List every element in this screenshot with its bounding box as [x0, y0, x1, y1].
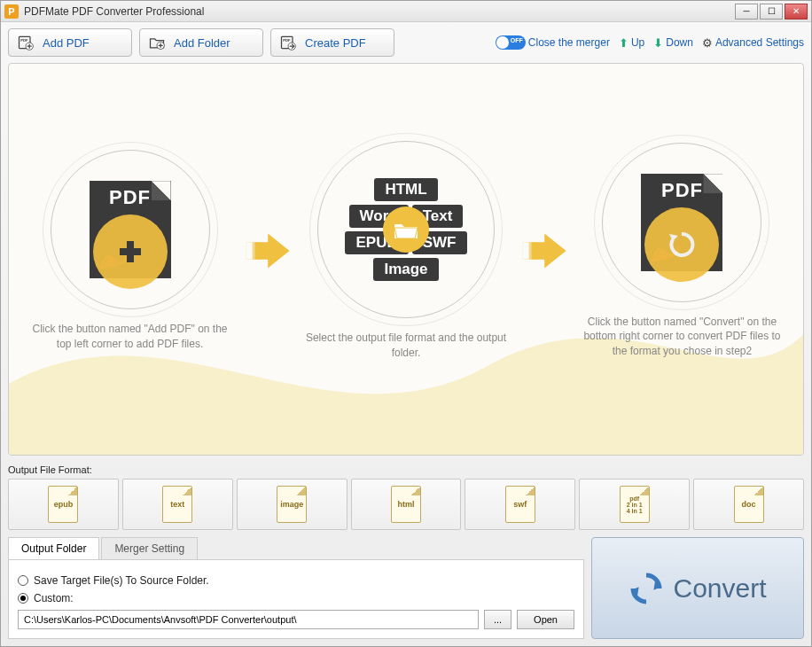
path-row: ... Open [18, 610, 574, 629]
advanced-settings-button[interactable]: ⚙ Advanced Settings [702, 36, 804, 50]
tab-output-folder[interactable]: Output Folder [8, 537, 99, 559]
create-pdf-label: Create PDF [305, 36, 366, 50]
convert-button[interactable]: Convert [591, 537, 804, 639]
convert-label: Convert [673, 573, 766, 604]
advanced-label: Advanced Settings [715, 36, 804, 49]
refresh-circle-icon [644, 207, 719, 282]
arrow-right-icon [242, 229, 293, 273]
bottom-section: Output Folder Merger Setting Save Target… [1, 530, 811, 646]
close-merger-toggle[interactable]: OFF Close the merger [496, 35, 610, 50]
arrow-down-icon: ⬇ [653, 36, 663, 50]
workflow-stage: PDF Click the button named "Add PDF" on … [8, 63, 804, 456]
radio-custom-label: Custom: [34, 592, 74, 604]
step-3-circle[interactable]: PDF [602, 143, 761, 302]
format-text[interactable]: text [122, 479, 233, 530]
gear-icon: ⚙ [702, 36, 713, 50]
file-icon: doc [734, 486, 764, 523]
toggle-switch-icon: OFF [496, 35, 526, 50]
arrow-up-icon: ⬆ [619, 36, 629, 50]
app-logo-icon: P [4, 4, 19, 19]
minimize-button[interactable]: ─ [735, 4, 758, 19]
down-label: Down [666, 36, 693, 49]
app-window: P PDFMate PDF Converter Professional ─ ☐… [0, 0, 812, 647]
file-icon: image [277, 486, 307, 523]
step-1-circle[interactable]: PDF [51, 150, 210, 309]
tab-merger-setting[interactable]: Merger Setting [101, 537, 198, 559]
window-buttons: ─ ☐ ✕ [735, 4, 808, 19]
file-icon: pdf 2 in 1 4 in 1 [620, 486, 650, 523]
format-html[interactable]: html [351, 479, 462, 530]
tag-image: Image [373, 258, 438, 281]
add-folder-label: Add Folder [174, 36, 230, 50]
radio-icon [18, 575, 28, 586]
output-panel: Save Target File(s) To Source Folder. Cu… [8, 559, 584, 639]
convert-icon [629, 571, 664, 606]
open-button[interactable]: Open [517, 610, 574, 629]
pdf-output-icon: PDF [641, 174, 722, 271]
format-epub[interactable]: epub [8, 479, 119, 530]
radio-icon [18, 593, 28, 604]
file-icon: text [162, 486, 192, 523]
format-label: Output File Format: [8, 461, 804, 479]
step-2: HTML Word Text EPUB SWF Image Select the… [293, 141, 518, 359]
output-panel-wrap: Output Folder Merger Setting Save Target… [8, 537, 584, 639]
add-pdf-label: Add PDF [43, 36, 90, 50]
output-path-input[interactable] [18, 610, 479, 629]
pdf-input-icon: PDF [90, 181, 171, 278]
format-grid: epub text image html swf pdf 2 in 1 4 in… [8, 479, 804, 530]
file-icon: swf [505, 486, 535, 523]
arrow-right-icon [519, 229, 570, 273]
toolbar: PDF Add PDF Add Folder PDF Create PDF OF… [1, 22, 811, 63]
step-3-desc: Click the button named "Convert" on the … [570, 315, 794, 358]
format-swf[interactable]: swf [465, 479, 575, 530]
create-pdf-icon: PDF [278, 34, 298, 51]
titlebar: P PDFMate PDF Converter Professional ─ ☐… [1, 1, 811, 22]
radio-save-source-label: Save Target File(s) To Source Folder. [34, 574, 209, 587]
add-pdf-button[interactable]: PDF Add PDF [8, 28, 132, 57]
step-1-desc: Click the button named "Add PDF" on the … [18, 322, 242, 350]
step-2-circle[interactable]: HTML Word Text EPUB SWF Image [317, 141, 495, 318]
svg-text:PDF: PDF [20, 38, 28, 43]
file-icon: html [391, 486, 421, 523]
folder-circle-icon [383, 207, 429, 253]
toolbar-right: OFF Close the merger ⬆ Up ⬇ Down ⚙ Advan… [496, 35, 804, 50]
move-down-button[interactable]: ⬇ Down [653, 36, 693, 50]
close-button[interactable]: ✕ [785, 4, 808, 19]
app-title: PDFMate PDF Converter Professional [24, 5, 735, 18]
tag-html: HTML [374, 178, 437, 201]
up-label: Up [631, 36, 644, 49]
svg-text:PDF: PDF [283, 38, 291, 43]
tabs: Output Folder Merger Setting [8, 537, 584, 559]
format-image[interactable]: image [237, 479, 347, 530]
create-pdf-button[interactable]: PDF Create PDF [270, 28, 394, 57]
radio-save-source[interactable]: Save Target File(s) To Source Folder. [18, 574, 574, 587]
add-folder-icon [147, 34, 167, 51]
radio-custom[interactable]: Custom: [18, 592, 574, 604]
file-icon: epub [48, 486, 78, 523]
format-doc[interactable]: doc [693, 479, 804, 530]
step-1: PDF Click the button named "Add PDF" on … [18, 150, 242, 350]
move-up-button[interactable]: ⬆ Up [619, 36, 644, 50]
plus-circle-icon [93, 214, 168, 289]
step-3: PDF Click the button named "Convert" on … [570, 143, 794, 358]
close-merger-label: Close the merger [528, 36, 610, 49]
format-section: Output File Format: epub text image html… [1, 461, 811, 530]
maximize-button[interactable]: ☐ [760, 4, 783, 19]
add-pdf-icon: PDF [16, 34, 35, 51]
add-folder-button[interactable]: Add Folder [139, 28, 263, 57]
browse-button[interactable]: ... [484, 610, 511, 629]
format-pdf[interactable]: pdf 2 in 1 4 in 1 [579, 479, 690, 530]
step-2-desc: Select the output file format and the ou… [293, 331, 518, 359]
